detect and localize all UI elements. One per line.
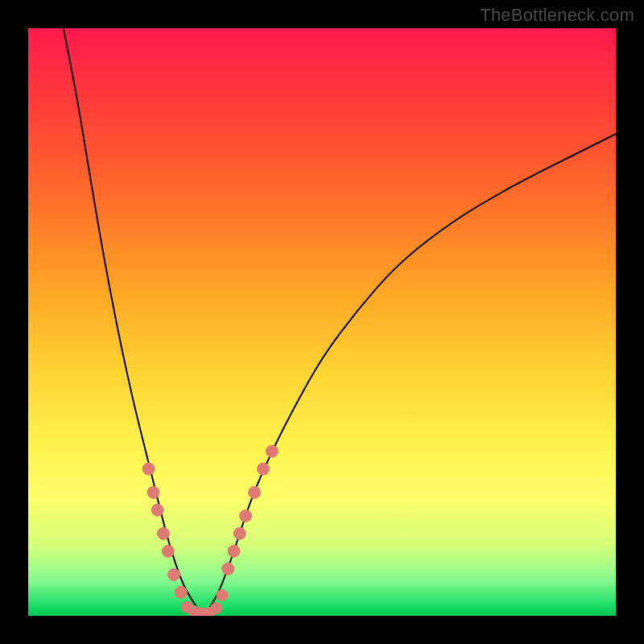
- data-point-marker: [240, 510, 252, 522]
- plot-area: [28, 28, 616, 616]
- data-point-marker: [168, 568, 180, 580]
- data-point-marker: [217, 589, 228, 601]
- data-point-marker: [266, 445, 278, 457]
- data-point-marker: [162, 545, 174, 557]
- data-point-marker: [249, 486, 261, 498]
- chart-frame: TheBottleneck.com: [0, 0, 644, 644]
- curve-layer: [28, 28, 616, 616]
- data-point-marker: [222, 563, 234, 575]
- data-point-marker: [142, 463, 155, 475]
- watermark-text: TheBottleneck.com: [480, 5, 634, 26]
- data-point-marker: [233, 527, 246, 539]
- data-point-marker: [258, 463, 270, 475]
- right-branch-curve: [204, 134, 616, 616]
- data-point-marker: [228, 545, 240, 557]
- markers-group: [142, 445, 278, 616]
- left-branch-curve: [64, 28, 204, 616]
- data-point-marker: [211, 603, 222, 614]
- data-point-marker: [147, 486, 159, 498]
- data-point-marker: [157, 527, 169, 539]
- data-point-marker: [175, 586, 187, 598]
- data-point-marker: [151, 504, 163, 516]
